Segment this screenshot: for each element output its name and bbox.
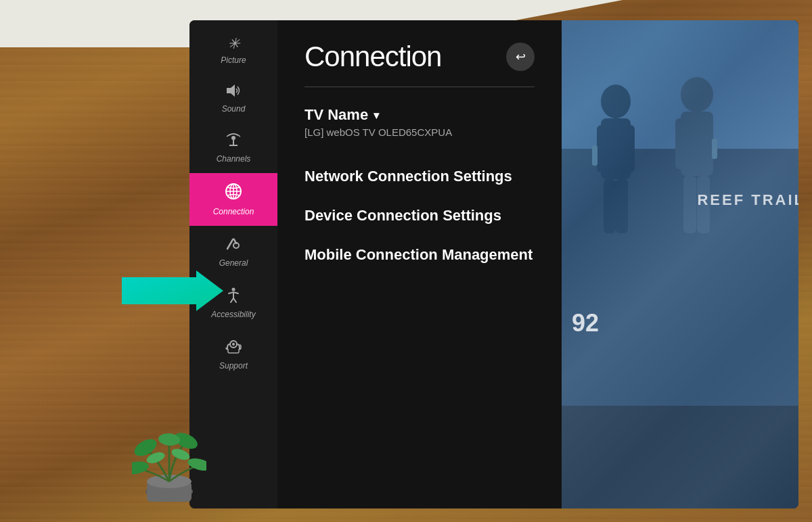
sidebar-item-channels[interactable]: Channels [189,123,277,173]
sidebar-item-support[interactable]: Support [189,329,277,380]
tv-name-label[interactable]: TV Name ▾ [304,106,535,124]
sidebar-item-sound[interactable]: Sound [189,74,277,123]
svg-point-2 [231,136,235,140]
sidebar-item-accessibility-label: Accessibility [211,310,255,319]
tv-photo: REEF TRAIL 92 [562,20,798,508]
svg-point-12 [232,343,235,346]
sidebar-item-connection[interactable]: Connection [189,173,277,226]
svg-rect-19 [604,179,616,233]
sidebar-item-connection-label: Connection [213,207,254,216]
accessibility-icon [225,287,242,306]
svg-rect-28 [712,139,717,159]
connection-icon [225,183,242,203]
general-icon [225,235,242,254]
mobile-connection-management-item[interactable]: Mobile Connection Management [304,235,535,275]
sidebar-item-channels-label: Channels [217,154,251,164]
divider [304,87,535,87]
svg-marker-1 [227,85,235,97]
device-connection-settings-label: Device Connection Settings [304,207,501,224]
tv-name-row: TV Name ▾ [LG] webOS TV OLED65CXPUA [304,106,535,138]
device-connection-settings-item[interactable]: Device Connection Settings [304,196,535,235]
page-header: Connection ↩ [304,41,535,73]
sidebar-item-picture[interactable]: ✳ Picture [189,27,277,74]
picture-icon: ✳ [227,37,240,51]
sidebar-item-sound-label: Sound [222,104,246,114]
channels-icon [225,133,242,150]
mobile-connection-management-label: Mobile Connection Management [304,246,533,263]
back-icon: ↩ [516,49,526,64]
plant-decoration [132,414,206,508]
main-content: Connection ↩ TV Name ▾ [LG] webOS TV OLE… [277,20,562,508]
tv-name-value: [LG] webOS TV OLED65CXPUA [304,126,535,138]
svg-rect-17 [597,125,607,172]
sidebar-item-support-label: Support [219,361,248,371]
chevron-down-icon: ▾ [374,109,379,122]
svg-point-10 [232,288,235,291]
svg-rect-25 [683,176,696,233]
tv-screen: ✳ Picture Sound [189,20,798,508]
network-connection-settings-label: Network Connection Settings [304,168,512,185]
svg-rect-24 [702,118,713,169]
svg-marker-0 [122,270,223,311]
sidebar-item-general[interactable]: General [189,226,277,277]
back-button[interactable]: ↩ [506,43,535,71]
svg-point-37 [187,456,206,473]
svg-rect-29 [562,406,798,508]
sound-icon [225,84,242,100]
photo-number: 92 [572,309,599,337]
photo-silhouettes [562,20,798,508]
svg-rect-27 [592,145,597,166]
page-title: Connection [304,41,441,73]
support-icon [225,338,242,357]
arrow-pointer [122,270,223,311]
svg-rect-18 [625,125,635,172]
svg-rect-20 [616,179,628,233]
svg-point-15 [601,85,631,118]
network-connection-settings-item[interactable]: Network Connection Settings [304,157,535,196]
sidebar-item-general-label: General [219,258,248,268]
tv-name-text: TV Name [304,106,368,124]
svg-point-21 [681,77,713,112]
svg-point-36 [132,460,150,477]
svg-rect-23 [675,118,686,169]
sidebar-item-picture-label: Picture [221,55,246,65]
photo-overlay-text: REEF TRAIL [697,191,798,209]
